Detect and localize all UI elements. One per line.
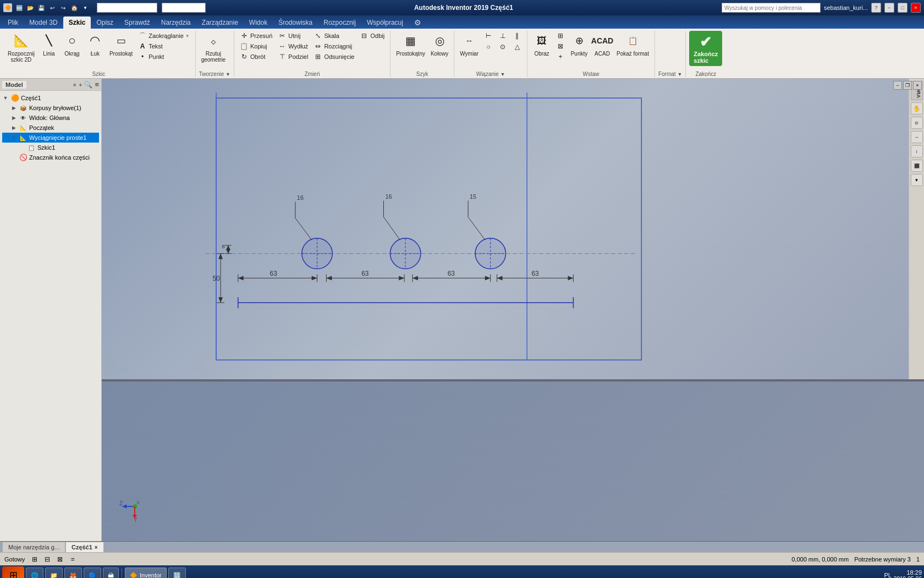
home-btn[interactable]: 🏠 <box>69 3 79 13</box>
tree-wyciagniecie[interactable]: ▼ 📐 Wyciągnięcie proste1 <box>2 133 99 143</box>
titlebar-help[interactable]: ? <box>871 3 881 13</box>
tab-tools[interactable]: Moje narzędzia g... <box>2 542 65 552</box>
vp-restore[interactable]: ❐ <box>903 81 912 90</box>
tab-extra[interactable]: ⚙ <box>409 17 427 29</box>
status-icon-polar[interactable]: = <box>67 554 78 565</box>
tab-plik[interactable]: Plik <box>2 17 24 29</box>
mirror-btn[interactable]: ⊟Odbij <box>358 31 387 41</box>
offset-btn[interactable]: ⊞Odsunięcie <box>311 52 356 62</box>
constraint5[interactable]: ⊙ <box>496 42 509 52</box>
project-btn[interactable]: ⬦ Rzutujgeometrie <box>199 31 228 64</box>
taskbar-photos[interactable]: 🏔 <box>103 568 119 578</box>
tab-szkic[interactable]: Szkic <box>63 17 91 29</box>
scale-btn[interactable]: ⤡Skala <box>311 31 356 41</box>
rp-extra[interactable]: ▼ <box>911 174 923 186</box>
taskbar-inventor[interactable]: 🔶 Inventor <box>125 568 167 578</box>
tree-poczatek[interactable]: ▶ 📐 Początek <box>2 123 99 133</box>
points-btn[interactable]: ⊕ Punkty <box>568 31 590 58</box>
tab-rozpocznij[interactable]: Rozpocznij <box>318 17 361 29</box>
vp-min[interactable]: − <box>893 81 902 90</box>
taskbar-chrome[interactable]: 🔵 <box>84 568 101 578</box>
circ-pattern-btn[interactable]: ◎ Kołowy <box>428 31 450 58</box>
tree-czesc1[interactable]: ▼ 🟠 Część1 <box>2 93 99 103</box>
tree-expand-korpusy[interactable]: ▶ <box>10 105 17 111</box>
tree-znacznik[interactable]: 🚫 Znacznik końca części <box>2 152 99 162</box>
rp-orbit[interactable]: ⊙ <box>911 117 923 129</box>
rect-pattern-btn[interactable]: ▦ Prostokątny <box>394 31 427 58</box>
finish-sketch-btn[interactable]: ✔ Zakończszkic <box>689 31 722 66</box>
command-search[interactable] <box>97 3 157 13</box>
tree-korpusy[interactable]: ▶ 📦 Korpusy bryłowe(1) <box>2 103 99 113</box>
view-dropdown[interactable] <box>162 3 206 13</box>
constraint4[interactable]: ○ <box>482 42 495 52</box>
sidebar-menu[interactable]: ≡ <box>95 80 99 89</box>
tree-expand-wyciagniecie[interactable]: ▼ <box>10 134 17 141</box>
tree-szkic1[interactable]: 📋 Szkic1 <box>2 143 99 152</box>
tree-expand-czesc1[interactable]: ▼ <box>2 95 9 101</box>
trim-btn[interactable]: ✂Utnij <box>276 31 310 41</box>
constraint1[interactable]: ⊢ <box>482 31 495 41</box>
rp-zoom1[interactable]: ↔ <box>911 131 923 143</box>
open-btn[interactable]: 📂 <box>25 3 35 13</box>
constraint3[interactable]: ∥ <box>510 31 524 41</box>
sketch-canvas[interactable]: 63 63 63 63 <box>102 79 909 379</box>
line-btn[interactable]: ╲ Linia <box>38 31 60 58</box>
extend-btn[interactable]: ↔Wydłuż <box>276 41 310 51</box>
tab-sprawdz[interactable]: Sprawdź <box>119 17 156 29</box>
status-icon-ortho[interactable]: ⊠ <box>54 554 65 565</box>
round-btn[interactable]: ⌒ Zaokrąglanie ▼ <box>136 31 192 41</box>
sidebar-search[interactable]: 🔍 <box>84 81 92 89</box>
start-sketch-btn[interactable]: 📐 Rozpocznijszkic 2D <box>6 31 37 64</box>
show-format-btn[interactable]: 📋 Pokaż format <box>614 31 651 58</box>
help-search[interactable]: Wyszukaj w pomocy i polecenia <box>722 3 821 13</box>
status-icon-snap[interactable]: ⊟ <box>42 554 53 565</box>
lower-viewport[interactable]: Z Y X <box>102 381 924 541</box>
rp-cursor[interactable]: ✋ <box>911 102 923 114</box>
upper-viewport[interactable]: − ❐ × GÓRA ✋ ⊙ ↔ ↕ ⬛ ▼ <box>102 79 924 379</box>
point-btn[interactable]: • Punkt <box>136 52 192 62</box>
redo-btn[interactable]: ↪ <box>58 3 68 13</box>
kim-btn2[interactable]: ⊠ <box>554 41 567 51</box>
text-btn[interactable]: A Tekst <box>136 41 192 51</box>
rp-fit[interactable]: ⬛ <box>911 160 923 172</box>
taskbar-calculator[interactable]: 🔢 <box>168 568 186 578</box>
tree-widok[interactable]: ▶ 👁 Widok: Główna <box>2 113 99 123</box>
start-button[interactable]: ⊞ <box>2 566 24 578</box>
copy-btn[interactable]: 📋Kopiuj <box>238 41 274 51</box>
sidebar-add[interactable]: × <box>73 81 76 88</box>
arc-btn[interactable]: ◠ Łuk <box>84 31 106 58</box>
tree-expand-poczatek[interactable]: ▶ <box>10 124 17 131</box>
app-icon[interactable]: 🔶 <box>3 3 12 12</box>
tab-zarzadzanie[interactable]: Zarządzanie <box>196 17 244 29</box>
acad-btn[interactable]: ACAD ACAD <box>591 31 613 58</box>
taskbar-firefox[interactable]: 🦊 <box>64 568 82 578</box>
circle-btn[interactable]: ○ Okrąg <box>61 31 83 58</box>
sidebar-new[interactable]: + <box>79 81 82 88</box>
sidebar-tab-model[interactable]: Model <box>2 81 26 89</box>
tab-czesc1-close[interactable]: × <box>95 544 98 550</box>
new-btn[interactable]: 🆕 <box>14 3 24 13</box>
vp-close[interactable]: × <box>913 81 922 90</box>
tab-widok[interactable]: Widok <box>244 17 273 29</box>
image-btn[interactable]: 🖼 Obraz <box>531 31 553 58</box>
titlebar-close[interactable]: × <box>911 3 921 13</box>
rotate-btn[interactable]: ↻Obrót <box>238 52 274 62</box>
qa-more[interactable]: ▼ <box>80 3 90 13</box>
titlebar-minimize[interactable]: − <box>884 3 894 13</box>
titlebar-maximize[interactable]: □ <box>898 3 908 13</box>
move-btn[interactable]: ✛Przesuń <box>238 31 274 41</box>
rect-btn[interactable]: ▭ Prostokąt <box>107 31 135 58</box>
tab-model3d[interactable]: Model 3D <box>24 17 63 29</box>
taskbar-ie[interactable]: 🌐 <box>26 568 43 578</box>
tab-wspolpracuj[interactable]: Współpracuj <box>361 17 409 29</box>
tab-narzedzia[interactable]: Narzędzia <box>156 17 196 29</box>
taskbar-explorer[interactable]: 📁 <box>45 568 63 578</box>
save-btn[interactable]: 💾 <box>36 3 46 13</box>
tab-srodowiska[interactable]: Środowiska <box>273 17 318 29</box>
rp-zoom2[interactable]: ↕ <box>911 145 923 157</box>
constraint6[interactable]: △ <box>510 42 524 52</box>
stretch-btn[interactable]: ⇔Rozciągnij <box>311 41 356 51</box>
kim-btn1[interactable]: ⊞ <box>554 31 567 41</box>
split-btn[interactable]: ⊤Podziel <box>276 52 310 62</box>
tab-opisz[interactable]: Opisz <box>91 17 119 29</box>
